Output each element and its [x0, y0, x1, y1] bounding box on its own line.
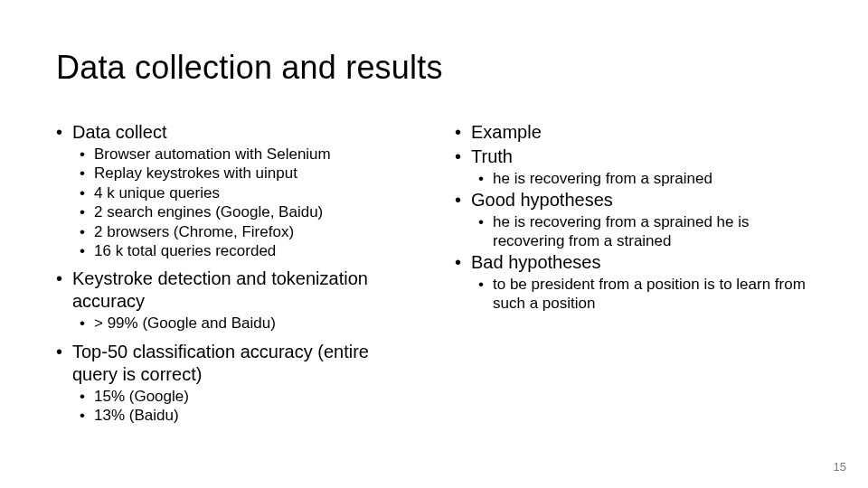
- list-item: •16 k total queries recorded: [80, 242, 413, 260]
- bullet-icon: •: [455, 189, 471, 211]
- heading-item: • Top-50 classification accuracy (entire…: [56, 341, 413, 386]
- heading-text: Keystroke detection and tokenization acc…: [72, 267, 413, 313]
- list-item: •13% (Baidu): [80, 407, 413, 425]
- bullet-icon: •: [56, 121, 72, 144]
- list-item: •2 search engines (Google, Baidu): [80, 203, 413, 221]
- list-text: 2 search engines (Google, Baidu): [94, 203, 413, 221]
- heading-text: Truth: [471, 145, 812, 168]
- bullet-icon: •: [80, 203, 94, 221]
- right-column: • Example • Truth •he is recovering from…: [455, 121, 812, 433]
- left-column: • Data collect •Browser automation with …: [56, 121, 413, 433]
- list-item: •4 k unique queries: [80, 184, 413, 202]
- list-text: he is recovering from a sprained he is r…: [493, 213, 812, 250]
- list-text: 4 k unique queries: [94, 184, 413, 202]
- bullet-icon: •: [80, 223, 94, 241]
- bullet-icon: •: [80, 184, 94, 202]
- list-text: Browser automation with Selenium: [94, 145, 413, 164]
- bullet-icon: •: [80, 242, 94, 260]
- slide-title: Data collection and results: [56, 49, 812, 87]
- columns: • Data collect •Browser automation with …: [56, 121, 812, 433]
- section-truth: • Truth •he is recovering from a spraine…: [455, 145, 812, 188]
- list-text: Replay keystrokes with uinput: [94, 164, 413, 183]
- slide: Data collection and results • Data colle…: [0, 0, 868, 488]
- heading-item: • Good hypotheses: [455, 189, 812, 211]
- heading-text: Good hypotheses: [471, 189, 812, 211]
- bullet-icon: •: [455, 121, 471, 144]
- section-example: • Example: [455, 121, 812, 144]
- bullet-icon: •: [80, 145, 94, 164]
- list-text: 13% (Baidu): [94, 407, 413, 425]
- bullet-icon: •: [80, 407, 94, 425]
- bullet-icon: •: [455, 251, 471, 274]
- bullet-icon: •: [455, 145, 471, 168]
- list-item: •he is recovering from a sprained: [478, 170, 812, 188]
- heading-text: Bad hypotheses: [471, 251, 812, 274]
- bullet-icon: •: [478, 276, 493, 313]
- section-keystroke-accuracy: • Keystroke detection and tokenization a…: [56, 267, 413, 333]
- bullet-icon: •: [80, 164, 94, 183]
- list-item: •15% (Google): [80, 388, 413, 406]
- heading-item: • Bad hypotheses: [455, 251, 812, 274]
- list-item: •to be president from a position is to l…: [478, 276, 812, 313]
- section-good-hypotheses: • Good hypotheses •he is recovering from…: [455, 189, 812, 250]
- heading-item: • Data collect: [56, 121, 413, 144]
- bullet-icon: •: [478, 170, 493, 188]
- bullet-icon: •: [56, 267, 72, 313]
- heading-text: Top-50 classification accuracy (entire q…: [72, 341, 413, 386]
- list-item: •he is recovering from a sprained he is …: [478, 213, 812, 250]
- heading-item: • Example: [455, 121, 812, 144]
- list-item: •Replay keystrokes with uinput: [80, 164, 413, 183]
- heading-text: Data collect: [72, 121, 413, 144]
- heading-item: • Keystroke detection and tokenization a…: [56, 267, 413, 313]
- list-item: •Browser automation with Selenium: [80, 145, 413, 164]
- list-text: to be president from a position is to le…: [493, 276, 812, 313]
- section-data-collect: • Data collect •Browser automation with …: [56, 121, 413, 260]
- bullet-icon: •: [80, 388, 94, 406]
- list-item: •2 browsers (Chrome, Firefox): [80, 223, 413, 241]
- page-number: 15: [834, 460, 846, 474]
- list-text: 15% (Google): [94, 388, 413, 406]
- list-text: 2 browsers (Chrome, Firefox): [94, 223, 413, 241]
- bullet-icon: •: [56, 341, 72, 386]
- list-item: • > 99% (Google and Baidu): [80, 314, 413, 333]
- heading-text: Example: [471, 121, 812, 144]
- section-top50-accuracy: • Top-50 classification accuracy (entire…: [56, 341, 413, 426]
- list-text: > 99% (Google and Baidu): [94, 314, 413, 333]
- heading-item: • Truth: [455, 145, 812, 168]
- list-text: he is recovering from a sprained: [493, 170, 812, 188]
- list-text: 16 k total queries recorded: [94, 242, 413, 260]
- bullet-icon: •: [80, 314, 94, 333]
- section-bad-hypotheses: • Bad hypotheses •to be president from a…: [455, 251, 812, 313]
- bullet-icon: •: [478, 213, 493, 250]
